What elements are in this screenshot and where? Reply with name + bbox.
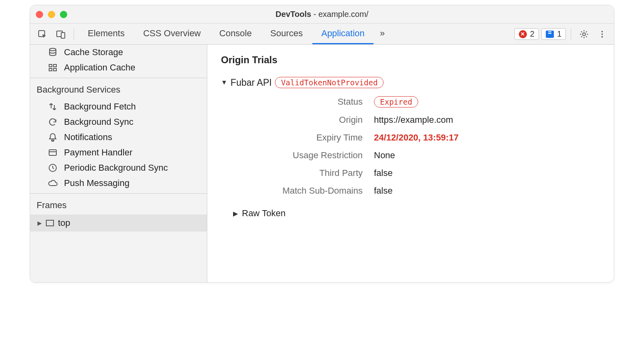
sidebar-heading-background-services: Background Services bbox=[30, 78, 207, 99]
sidebar-label: Background Sync bbox=[64, 117, 133, 127]
gear-icon bbox=[579, 29, 589, 39]
svg-rect-12 bbox=[49, 150, 56, 155]
panel-tabs: Elements CSS Overview Console Sources Ap… bbox=[79, 24, 390, 44]
devices-icon bbox=[56, 29, 66, 39]
detail-value-status: Expired bbox=[374, 96, 600, 107]
clock-icon bbox=[47, 163, 58, 173]
svg-rect-8 bbox=[49, 64, 52, 67]
svg-point-6 bbox=[601, 36, 603, 37]
detail-value-expiry: 24/12/2020, 13:59:17 bbox=[374, 132, 600, 143]
error-count-button[interactable]: ✕ 2 bbox=[514, 28, 539, 40]
sidebar-label: Push Messaging bbox=[64, 178, 130, 188]
frame-icon bbox=[46, 220, 54, 226]
sidebar-label: Payment Handler bbox=[64, 147, 132, 158]
database-icon bbox=[47, 48, 58, 57]
toolbar: Elements CSS Overview Console Sources Ap… bbox=[30, 24, 614, 45]
svg-rect-11 bbox=[54, 68, 56, 71]
window-title-strong: DevTools bbox=[276, 10, 312, 19]
chevron-right-icon: ▶ bbox=[233, 210, 238, 217]
device-toolbar-button[interactable] bbox=[53, 27, 69, 41]
more-menu-button[interactable] bbox=[594, 27, 610, 41]
toolbar-divider bbox=[74, 29, 74, 40]
status-badge: Expired bbox=[374, 96, 418, 107]
origin-trial-row[interactable]: ▼ Fubar API ValidTokenNotProvided bbox=[221, 77, 600, 88]
issues-count-button[interactable]: 1 bbox=[541, 28, 566, 40]
settings-button[interactable] bbox=[576, 27, 592, 41]
sidebar-label: Periodic Background Sync bbox=[64, 163, 168, 173]
panel-body: Cache Storage Application Cache Backgrou… bbox=[30, 45, 614, 282]
detail-key: Match Sub-Domains bbox=[253, 186, 374, 196]
section-heading: Origin Trials bbox=[221, 54, 600, 66]
sidebar-label: Notifications bbox=[64, 132, 112, 143]
sidebar-label: top bbox=[58, 218, 70, 228]
sidebar-item-push-messaging[interactable]: Push Messaging bbox=[30, 176, 207, 191]
svg-point-3 bbox=[583, 33, 586, 35]
detail-key: Third Party bbox=[253, 168, 374, 178]
transfer-icon bbox=[47, 102, 58, 112]
toolbar-divider bbox=[571, 29, 571, 40]
zoom-window-button[interactable] bbox=[60, 11, 67, 18]
chevron-right-icon: ▶ bbox=[37, 220, 42, 226]
svg-rect-2 bbox=[61, 33, 65, 38]
sidebar-item-background-fetch[interactable]: Background Fetch bbox=[30, 99, 207, 114]
sidebar-item-payment-handler[interactable]: Payment Handler bbox=[30, 145, 207, 160]
minimize-window-button[interactable] bbox=[48, 11, 55, 18]
sidebar-item-application-cache[interactable]: Application Cache bbox=[30, 60, 207, 75]
detail-value-subdomains: false bbox=[374, 186, 600, 196]
sidebar-label: Application Cache bbox=[64, 62, 135, 73]
tab-css-overview[interactable]: CSS Overview bbox=[134, 24, 210, 44]
application-sidebar: Cache Storage Application Cache Backgrou… bbox=[30, 45, 207, 282]
svg-rect-10 bbox=[49, 68, 52, 71]
sidebar-label: Cache Storage bbox=[64, 47, 123, 58]
raw-token-row[interactable]: ▶ Raw Token bbox=[233, 208, 600, 219]
kebab-icon bbox=[598, 30, 607, 39]
sidebar-item-periodic-background-sync[interactable]: Periodic Background Sync bbox=[30, 160, 207, 176]
devtools-window: DevTools - example.com/ Elements CSS Ove… bbox=[30, 5, 614, 283]
issues-count: 1 bbox=[557, 29, 561, 39]
close-window-button[interactable] bbox=[36, 11, 43, 18]
sidebar-item-notifications[interactable]: Notifications bbox=[30, 130, 207, 145]
detail-key: Origin bbox=[253, 115, 374, 125]
credit-card-icon bbox=[47, 148, 58, 157]
tab-console[interactable]: Console bbox=[211, 24, 261, 44]
detail-value-usage: None bbox=[374, 150, 600, 161]
sidebar-item-frame-top[interactable]: ▶ top bbox=[30, 215, 207, 231]
tab-elements[interactable]: Elements bbox=[79, 24, 134, 44]
inspect-icon bbox=[37, 29, 47, 39]
detail-key: Expiry Time bbox=[253, 132, 374, 143]
origin-trial-details: Status Expired Origin https://example.co… bbox=[253, 96, 600, 196]
sync-icon bbox=[47, 117, 58, 127]
cloud-icon bbox=[47, 178, 58, 188]
sidebar-heading-frames: Frames bbox=[30, 194, 207, 215]
tab-sources[interactable]: Sources bbox=[261, 24, 312, 44]
traffic-lights bbox=[36, 11, 67, 18]
token-status-badge: ValidTokenNotProvided bbox=[275, 77, 384, 88]
more-tabs-button[interactable]: » bbox=[374, 24, 390, 44]
error-icon: ✕ bbox=[519, 30, 527, 38]
grid-icon bbox=[47, 63, 58, 72]
window-title: DevTools - example.com/ bbox=[30, 10, 614, 19]
svg-rect-9 bbox=[54, 64, 56, 67]
detail-key: Status bbox=[253, 97, 374, 107]
error-count: 2 bbox=[530, 29, 535, 39]
origin-trials-panel: Origin Trials ▼ Fubar API ValidTokenNotP… bbox=[207, 45, 614, 282]
inspect-element-button[interactable] bbox=[34, 27, 50, 41]
window-title-rest: - example.com/ bbox=[311, 10, 368, 19]
svg-point-4 bbox=[601, 31, 603, 32]
detail-value-third-party: false bbox=[374, 168, 600, 178]
chevron-double-right-icon: » bbox=[380, 28, 385, 39]
svg-point-5 bbox=[601, 33, 603, 35]
svg-point-7 bbox=[50, 48, 56, 51]
raw-token-label: Raw Token bbox=[242, 208, 285, 219]
tab-application[interactable]: Application bbox=[312, 24, 374, 44]
detail-key: Usage Restriction bbox=[253, 150, 374, 161]
origin-trial-name: Fubar API bbox=[231, 77, 272, 88]
issues-icon bbox=[546, 31, 554, 38]
sidebar-item-cache-storage[interactable]: Cache Storage bbox=[30, 45, 207, 60]
chevron-down-icon: ▼ bbox=[221, 79, 227, 86]
titlebar: DevTools - example.com/ bbox=[30, 5, 614, 24]
sidebar-item-background-sync[interactable]: Background Sync bbox=[30, 114, 207, 130]
detail-value-origin: https://example.com bbox=[374, 115, 600, 125]
sidebar-label: Background Fetch bbox=[64, 101, 136, 112]
bell-icon bbox=[47, 132, 58, 142]
